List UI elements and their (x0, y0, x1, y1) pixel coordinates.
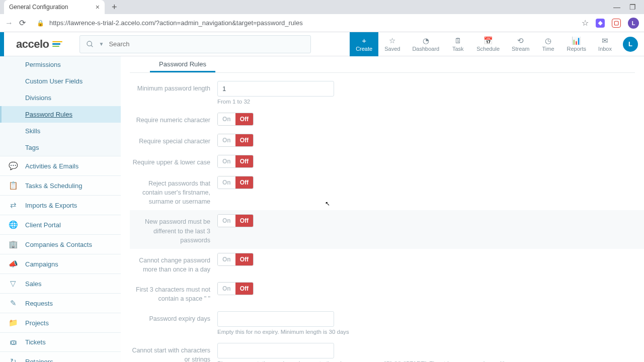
toggle-off-5[interactable]: Off (235, 253, 253, 265)
new-tab-button[interactable]: + (109, 2, 120, 13)
time-icon: ◷ (545, 37, 551, 44)
help-min-length: From 1 to 32 (217, 99, 334, 105)
nav-dashboard[interactable]: ◔Dashboard (406, 32, 445, 56)
sidebar-item-imports-exports[interactable]: ⇄Imports & Exports (0, 195, 121, 215)
toggle-0[interactable]: On Off (217, 113, 254, 126)
toggle-off-3[interactable]: Off (235, 176, 253, 189)
sidebar-item-divisions[interactable]: Divisions (0, 89, 121, 106)
sidebar-item-client-portal[interactable]: 🌐Client Portal (0, 215, 121, 234)
sidebar-item-campaigns[interactable]: 📣Campaigns (0, 254, 121, 274)
forward-icon[interactable]: → (5, 19, 13, 28)
minimize-icon[interactable]: — (613, 3, 620, 11)
tab-password-rules[interactable]: Password Rules (150, 56, 215, 72)
url-text: https://lawrence-s-trial-2.accelo.com/?a… (49, 19, 303, 27)
nav-stream[interactable]: ⟲Stream (506, 32, 535, 56)
sidebar-item-tickets[interactable]: 🎟Tickets (0, 332, 121, 351)
sidebar-label: Client Portal (25, 221, 61, 229)
sidebar-item-custom-user-fields[interactable]: Custom User Fields (0, 73, 121, 89)
toggle-off-6[interactable]: Off (235, 283, 253, 295)
nav-inbox[interactable]: ✉Inbox (592, 32, 618, 56)
toggle-2[interactable]: On Off (217, 155, 254, 168)
label-cannot-start: Cannot start with characters or strings (130, 343, 210, 362)
time-label: Time (542, 46, 554, 52)
task-icon: 🗓 (454, 37, 462, 44)
sidebar-item-permissions[interactable]: Permissions (0, 56, 121, 73)
label-toggle-4: New password must be different to the la… (130, 214, 210, 244)
toggle-off-2[interactable]: Off (235, 155, 253, 167)
toggle-on-1[interactable]: On (218, 134, 235, 146)
sidebar-item-projects[interactable]: 📁Projects (0, 313, 121, 332)
sidebar-icon: 📋 (8, 181, 18, 190)
label-toggle-1: Require special character (130, 134, 210, 146)
logo[interactable]: accelo (4, 38, 74, 51)
app-avatar[interactable]: L (623, 37, 638, 52)
nav-reports[interactable]: 📊Reports (561, 32, 593, 56)
nav-create[interactable]: +Create (350, 32, 378, 56)
sidebar-sub: PermissionsCustom User FieldsDivisionsPa… (0, 56, 121, 156)
tab-title: General Configuration (9, 4, 68, 11)
toggle-off-0[interactable]: Off (235, 113, 253, 125)
svg-point-0 (87, 41, 92, 46)
toggle-off-4[interactable]: Off (235, 215, 253, 227)
toggle-on-3[interactable]: On (218, 176, 235, 189)
toggle-1[interactable]: On Off (217, 134, 254, 147)
extension-icon-1[interactable]: ◆ (596, 19, 605, 28)
sidebar-item-activities-emails[interactable]: 💬Activities & Emails (0, 156, 121, 175)
toggle-on-5[interactable]: On (218, 253, 235, 265)
inbox-label: Inbox (598, 46, 612, 52)
sidebar-item-password-rules[interactable]: Password Rules (0, 106, 121, 123)
input-cannot-start[interactable] (217, 343, 334, 358)
dashboard-icon: ◔ (423, 37, 429, 44)
toggle-on-6[interactable]: On (218, 283, 235, 295)
maximize-icon[interactable]: ❐ (629, 3, 636, 11)
sidebar-label: Campaigns (25, 260, 58, 268)
nav-saved[interactable]: ☆Saved (378, 32, 406, 56)
lock-icon: 🔒 (37, 20, 44, 27)
close-tab-icon[interactable]: × (96, 3, 100, 11)
toggle-on-2[interactable]: On (218, 155, 235, 167)
sidebar-label: Requests (25, 300, 53, 307)
sidebar-label: Tickets (25, 338, 46, 346)
toggle-6[interactable]: On Off (217, 282, 254, 295)
nav-task[interactable]: 🗓Task (445, 32, 470, 56)
toggle-3[interactable]: On Off (217, 176, 254, 189)
star-icon[interactable]: ☆ (582, 18, 589, 28)
addr-icons: ☆ ◆ ▢ L (582, 18, 639, 29)
sidebar-item-skills[interactable]: Skills (0, 123, 121, 139)
toggle-5[interactable]: On Off (217, 253, 254, 266)
dashboard-label: Dashboard (412, 46, 439, 52)
toggle-4[interactable]: On Off (217, 214, 254, 227)
top-actions: +Create☆Saved◔Dashboard🗓Task📅Schedule⟲St… (350, 32, 618, 56)
label-toggle-6: First 3 characters must not contain a sp… (130, 282, 210, 303)
app-header: accelo ▼ +Create☆Saved◔Dashboard🗓Task📅Sc… (0, 32, 644, 56)
toggle-on-0[interactable]: On (218, 113, 235, 125)
nav-time[interactable]: ◷Time (536, 32, 561, 56)
toggle-off-1[interactable]: Off (235, 134, 253, 146)
input-expiry[interactable] (217, 311, 334, 327)
label-toggle-0: Require numeric character (130, 113, 210, 125)
sidebar-icon: 🏢 (8, 240, 18, 249)
profile-avatar[interactable]: L (628, 18, 639, 29)
search-box[interactable]: ▼ (79, 35, 311, 53)
input-min-length[interactable] (217, 81, 334, 97)
sidebar-item-tasks-scheduling[interactable]: 📋Tasks & Scheduling (0, 175, 121, 195)
nav-schedule[interactable]: 📅Schedule (470, 32, 506, 56)
label-min-length: Minimum password length (130, 81, 210, 93)
url-box[interactable]: 🔒 https://lawrence-s-trial-2.accelo.com/… (32, 17, 576, 29)
sidebar-label: Tasks & Scheduling (25, 182, 82, 190)
window-controls: — ❐ (613, 3, 640, 11)
label-toggle-2: Require upper & lower case (130, 155, 210, 167)
toggle-on-4[interactable]: On (218, 215, 235, 227)
sidebar-item-companies-contacts[interactable]: 🏢Companies & Contacts (0, 234, 121, 254)
search-input[interactable] (109, 40, 304, 48)
reload-icon[interactable]: ⟳ (19, 18, 26, 28)
sidebar-item-retainers[interactable]: ↻Retainers (0, 351, 121, 362)
sidebar-item-tags[interactable]: Tags (0, 139, 121, 156)
extension-icon-2[interactable]: ▢ (612, 19, 621, 28)
search-caret-icon[interactable]: ▼ (99, 41, 104, 47)
stream-label: Stream (512, 46, 529, 52)
sidebar-item-requests[interactable]: ✎Requests (0, 293, 121, 313)
browser-tab[interactable]: General Configuration × (4, 0, 105, 14)
sidebar-item-sales[interactable]: ▽Sales (0, 274, 121, 293)
reports-icon: 📊 (572, 37, 581, 44)
